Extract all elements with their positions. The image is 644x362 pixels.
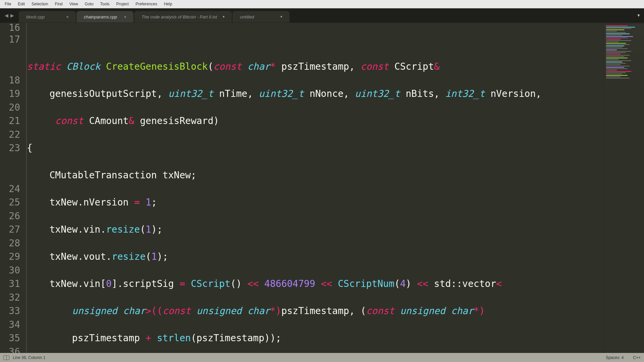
tab-nav-arrows[interactable]: ◀ ▶	[0, 8, 19, 22]
line-number: 18	[0, 74, 20, 87]
line-number: 36	[0, 345, 20, 353]
line-number: 16	[0, 23, 20, 33]
line-number: 34	[0, 318, 20, 332]
line-number: 21	[0, 114, 20, 128]
tab-label: chainparams.cpp	[84, 14, 117, 19]
editor-area: 16 17 18 19 20 21 22 23 24 25 26 27 28 2…	[0, 23, 644, 353]
line-number	[0, 155, 20, 169]
line-number: 33	[0, 304, 20, 318]
line-number: 28	[0, 237, 20, 250]
menu-tools[interactable]: Tools	[97, 1, 113, 7]
menu-view[interactable]: View	[66, 1, 82, 7]
line-number: 26	[0, 209, 20, 223]
line-number: 20	[0, 101, 20, 115]
tab-label: block.cpp	[26, 14, 45, 19]
menu-help[interactable]: Help	[161, 1, 176, 7]
panel-layout-icon[interactable]	[3, 355, 9, 360]
menu-find[interactable]: Find	[51, 1, 66, 7]
minimap-content	[606, 25, 642, 79]
minimap[interactable]	[604, 23, 644, 353]
nav-back-icon[interactable]: ◀	[5, 13, 8, 18]
tab-analysis-txt[interactable]: The code analysis of Bitcoin - Part II.t…	[134, 11, 232, 22]
nav-forward-icon[interactable]: ▶	[10, 13, 14, 18]
line-number: 35	[0, 331, 20, 345]
menu-project[interactable]: Project	[113, 1, 132, 7]
line-number: 31	[0, 277, 20, 291]
line-gutter: 16 17 18 19 20 21 22 23 24 25 26 27 28 2…	[0, 23, 25, 353]
menu-preferences[interactable]: Preferences	[132, 1, 161, 7]
line-number: 19	[0, 87, 20, 101]
syntax-language[interactable]: C++	[633, 355, 641, 360]
dirty-icon: •	[221, 14, 226, 20]
line-number: 30	[0, 264, 20, 278]
status-bar: Line 36, Column 1 Spaces: 4 C++	[0, 353, 644, 362]
indent-setting[interactable]: Spaces: 4	[606, 355, 624, 360]
tab-untitled[interactable]: untitled •	[232, 11, 289, 22]
line-number	[0, 169, 20, 182]
tab-block-cpp[interactable]: block.cpp ×	[19, 11, 76, 22]
line-number: 24	[0, 182, 20, 196]
code-editor[interactable]: static CBlock CreateGenesisBlock(const c…	[25, 23, 604, 353]
menu-file[interactable]: File	[1, 1, 14, 7]
dirty-icon: •	[279, 14, 283, 20]
line-number: 29	[0, 250, 20, 264]
cursor-position[interactable]: Line 36, Column 1	[13, 355, 45, 360]
menu-goto[interactable]: Goto	[82, 1, 97, 7]
tab-dropdown-icon[interactable]: ▼	[637, 13, 641, 18]
tab-bar: ◀ ▶ block.cpp × chainparams.cpp × The co…	[0, 8, 644, 23]
line-number: 27	[0, 223, 20, 237]
close-icon[interactable]: ×	[65, 14, 70, 19]
tab-label: The code analysis of Bitcoin - Part II.t…	[142, 14, 217, 19]
menu-edit[interactable]: Edit	[14, 1, 28, 7]
line-number	[0, 60, 20, 74]
line-number	[0, 47, 20, 60]
line-number: 25	[0, 196, 20, 209]
menu-bar: File Edit Selection Find View Goto Tools…	[0, 0, 644, 8]
line-number: 32	[0, 291, 20, 305]
line-number: 17	[0, 33, 20, 47]
tab-chainparams-cpp[interactable]: chainparams.cpp ×	[76, 11, 133, 22]
close-icon[interactable]: ×	[123, 14, 127, 19]
line-number: 22	[0, 128, 20, 142]
menu-selection[interactable]: Selection	[28, 1, 51, 7]
tab-label: untitled	[240, 14, 254, 19]
line-number: 23	[0, 141, 20, 155]
